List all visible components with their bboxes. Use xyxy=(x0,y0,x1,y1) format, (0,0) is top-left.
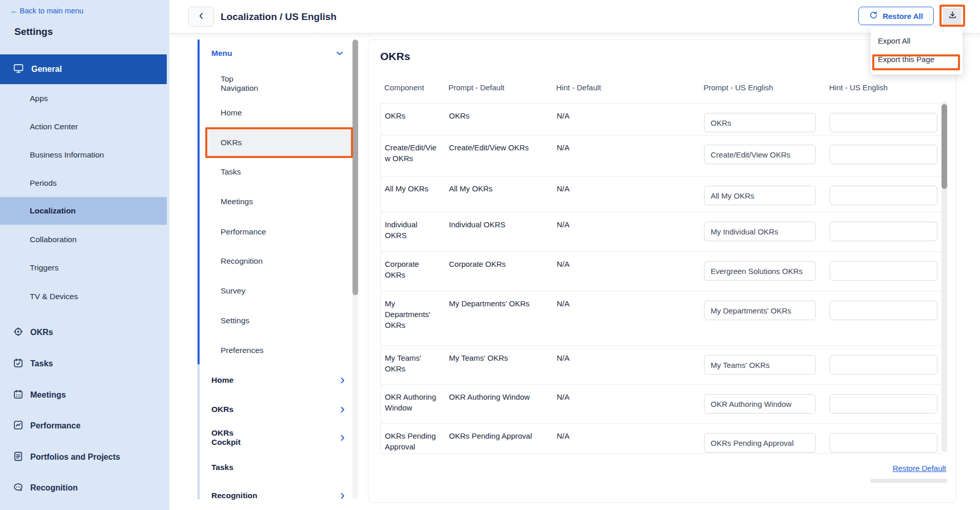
prompt-us-english-input[interactable] xyxy=(704,355,816,375)
chevron-left-icon xyxy=(197,11,206,22)
hint-us-english-input[interactable] xyxy=(830,145,937,164)
back-button[interactable] xyxy=(188,7,214,27)
menu-panel-section-tasks[interactable]: Tasks xyxy=(211,460,233,475)
prompt-us-english-input[interactable] xyxy=(704,186,816,205)
table-scrollbar-thumb[interactable] xyxy=(942,104,947,189)
sidebar-item-localization[interactable]: Localization xyxy=(0,197,167,225)
menu-panel-item-home[interactable]: Home xyxy=(221,105,242,121)
sidebar-item-tv-devices[interactable]: TV & Devices xyxy=(0,283,167,310)
hint-us-english-input[interactable] xyxy=(830,355,937,375)
prompt-us-english-input[interactable] xyxy=(704,394,816,414)
menu-expanded-indicator xyxy=(198,40,200,364)
prompt-us-cell xyxy=(704,385,830,423)
prompt-us-cell xyxy=(704,212,830,251)
chevron-right-icon[interactable] xyxy=(338,488,347,503)
hint-us-english-input[interactable] xyxy=(830,113,937,132)
table-row: OKR Authoring WindowOKR Authoring Window… xyxy=(381,385,942,424)
menu-panel-item-preferences[interactable]: Preferences xyxy=(221,343,264,358)
table-horizontal-scrollbar[interactable] xyxy=(870,479,947,483)
hint-default-cell: N/A xyxy=(557,212,704,251)
hint-us-english-input[interactable] xyxy=(830,261,937,281)
menu-item-export-this-page[interactable]: Export this Page xyxy=(871,50,963,68)
menu-item-export-all[interactable]: Export All xyxy=(871,31,963,50)
sidebar-item-tasks[interactable]: Tasks xyxy=(0,350,167,378)
sidebar-item-label: OKRs xyxy=(30,328,53,337)
hint-us-english-input[interactable] xyxy=(830,222,937,241)
hint-default-cell: N/A xyxy=(557,104,704,135)
prompt-us-english-input[interactable] xyxy=(704,113,816,132)
menu-scrollbar-thumb[interactable] xyxy=(352,40,358,295)
sidebar-item-meetings[interactable]: Meetings xyxy=(0,381,167,409)
component-cell: OKRs xyxy=(381,104,449,135)
prompt-us-english-input[interactable] xyxy=(704,261,816,281)
chevron-down-icon[interactable] xyxy=(335,49,344,60)
component-cell: OKRs Pending Approval xyxy=(381,424,449,454)
table-row: My Teams' OKRsMy Teams' OKRsN/A xyxy=(381,346,942,385)
hint-us-english-input[interactable] xyxy=(830,433,937,453)
hint-us-cell xyxy=(830,346,942,384)
sidebar-item-triggers[interactable]: Triggers xyxy=(0,254,167,282)
prompt-default-cell: Corporate OKRs xyxy=(449,252,557,291)
export-dropdown-menu: Export All Export this Page xyxy=(871,27,963,74)
prompt-us-english-input[interactable] xyxy=(704,301,816,320)
hint-us-cell xyxy=(830,104,942,135)
sidebar-item-portfolios-and-projects[interactable]: Portfolios and Projects xyxy=(0,443,167,471)
prompt-us-english-input[interactable] xyxy=(704,433,816,453)
hint-us-english-input[interactable] xyxy=(830,301,937,320)
hint-us-cell xyxy=(830,252,942,291)
menu-panel-item-okrs[interactable]: OKRs xyxy=(221,135,242,150)
prompt-us-english-input[interactable] xyxy=(704,222,816,241)
menu-panel-section-okrs[interactable]: OKRs xyxy=(211,402,233,417)
prompt-us-cell xyxy=(704,135,830,176)
prompt-us-english-input[interactable] xyxy=(704,145,816,164)
menu-group-header[interactable]: Menu xyxy=(211,46,232,61)
table-body: OKRsOKRsN/ACreate/Edit/View OKRsCreate/E… xyxy=(380,103,942,454)
sidebar-item-collaboration[interactable]: Collaboration xyxy=(0,226,167,253)
chevron-right-icon[interactable] xyxy=(338,430,347,445)
menu-panel-item-tasks[interactable]: Tasks xyxy=(221,164,241,180)
menu-panel-item-survey[interactable]: Survey xyxy=(221,283,245,299)
hint-us-cell xyxy=(830,424,942,454)
component-cell: Create/Edit/View OKRs xyxy=(381,135,449,176)
sidebar-item-label: General xyxy=(31,65,62,74)
chevron-right-icon[interactable] xyxy=(338,372,347,388)
hint-us-english-input[interactable] xyxy=(830,186,937,205)
menu-panel-section-okrs-cockpit[interactable]: OKRs Cockpit xyxy=(211,430,241,445)
sidebar-title: Settings xyxy=(14,26,53,37)
component-cell: Corporate OKRs xyxy=(381,252,449,291)
menu-panel-item-top-navigation[interactable]: Top Navigation xyxy=(221,76,258,91)
menu-panel-item-recognition[interactable]: Recognition xyxy=(221,253,263,269)
table-row: Individual OKRSIndividual OKRSN/A xyxy=(381,212,942,252)
table-row: Create/Edit/View OKRsCreate/Edit/View OK… xyxy=(381,135,942,176)
export-download-button[interactable] xyxy=(943,8,962,24)
menu-indicator-track xyxy=(198,364,200,499)
restore-all-button[interactable]: Restore All xyxy=(858,7,934,25)
sidebar-item-periods[interactable]: Periods xyxy=(0,169,167,197)
menu-panel-section-home[interactable]: Home xyxy=(211,372,233,388)
prompt-default-cell: My Teams' OKRs xyxy=(449,346,557,384)
table-header-row: Component Prompt - Default Hint - Defaul… xyxy=(380,83,942,92)
prompt-default-cell: All My OKRs xyxy=(449,176,557,212)
back-to-main-menu-link[interactable]: ← Back to main menu xyxy=(10,7,84,15)
prompt-default-cell: Individual OKRS xyxy=(449,212,557,251)
hint-us-english-input[interactable] xyxy=(830,394,937,414)
sidebar-item-action-center[interactable]: Action Center xyxy=(0,113,167,141)
sidebar-item-performance[interactable]: Performance xyxy=(0,412,167,440)
sidebar-item-okrs[interactable]: OKRs xyxy=(0,319,167,346)
column-header-hint-us: Hint - US English xyxy=(829,83,942,92)
sidebar-item-general[interactable]: General xyxy=(0,54,167,84)
prompt-default-cell: Create/Edit/View OKRs xyxy=(449,135,557,176)
sidebar-item-apps[interactable]: Apps xyxy=(0,85,167,112)
sidebar-item-business-information[interactable]: Business Information xyxy=(0,141,167,169)
hint-default-cell: N/A xyxy=(557,252,704,291)
menu-panel-item-settings[interactable]: Settings xyxy=(221,313,249,328)
menu-panel-item-meetings[interactable]: Meetings xyxy=(221,194,253,209)
restore-default-link[interactable]: Restore Default xyxy=(893,464,946,473)
menu-panel-section-recognition[interactable]: Recognition xyxy=(211,488,258,503)
component-cell: Individual OKRS xyxy=(381,212,449,251)
sidebar-item-recognition[interactable]: Recognition xyxy=(0,474,167,502)
chat-icon xyxy=(13,482,24,495)
breadcrumb: Localization / US English xyxy=(221,0,337,33)
menu-panel-item-performance[interactable]: Performance xyxy=(221,224,266,240)
chevron-right-icon[interactable] xyxy=(338,402,347,417)
